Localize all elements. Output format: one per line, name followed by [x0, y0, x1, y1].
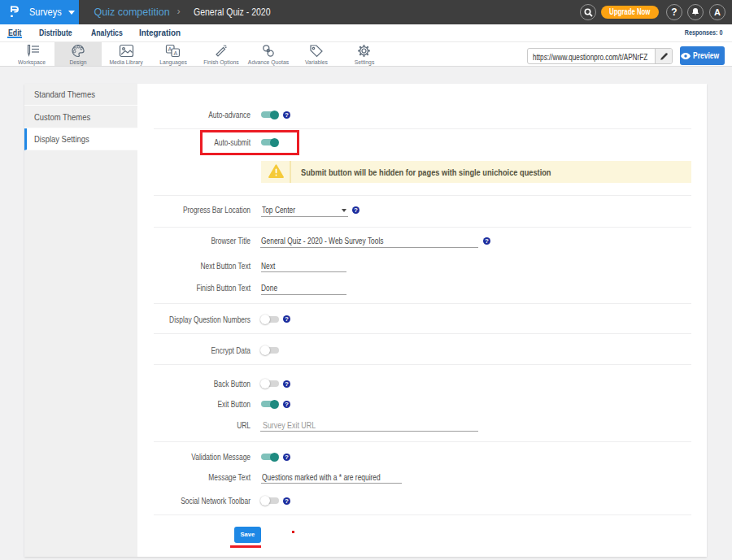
svg-text:A: A	[168, 46, 172, 52]
svg-text:A: A	[174, 50, 178, 56]
